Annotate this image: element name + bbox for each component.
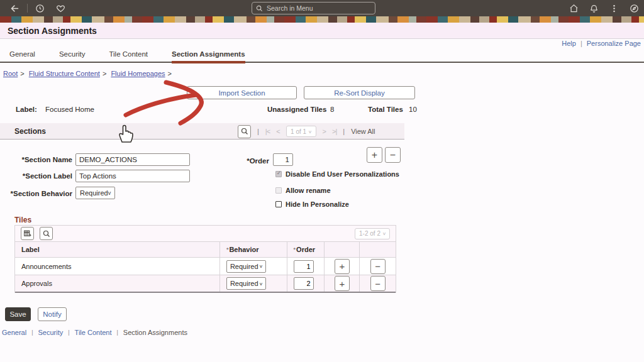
breadcrumb-separator: > — [20, 70, 24, 77]
sections-search-button[interactable] — [238, 125, 251, 138]
total-tiles-value: 10 — [409, 106, 417, 113]
chevron-down-icon: v — [108, 190, 111, 196]
section-behavior-value: Required — [80, 189, 108, 197]
footer-separator: | — [31, 329, 33, 336]
breadcrumb-separator: > — [168, 70, 172, 77]
tile-label-cell: Approvals — [15, 275, 220, 292]
chevron-down-icon: v — [383, 231, 386, 236]
add-section-button[interactable]: + — [367, 147, 382, 163]
sections-title: Sections — [14, 127, 46, 136]
search-input[interactable] — [267, 4, 361, 12]
hide-in-personalize-checkbox-row: Hide In Personalize — [275, 200, 349, 208]
remove-row-button[interactable]: − — [370, 276, 386, 291]
tab-bar: General Security Tile Content Section As… — [0, 50, 644, 63]
tab-tile-content[interactable]: Tile Content — [109, 50, 148, 62]
footer-link-security[interactable]: Security — [38, 329, 63, 336]
tiles-page-select[interactable]: 1-2 of 2 v — [355, 228, 390, 239]
disable-end-user-personalizations-checkbox[interactable] — [275, 171, 282, 177]
section-name-input[interactable] — [75, 153, 190, 166]
order-input[interactable] — [273, 153, 293, 166]
hide-in-personalize-checkbox[interactable] — [275, 201, 282, 207]
breadcrumb-fluid-structure-content[interactable]: Fluid Structure Content — [29, 70, 100, 77]
kebab-menu-icon[interactable] — [609, 4, 619, 13]
allow-rename-checkbox-row: Allow rename — [275, 187, 331, 194]
order-label: *Order — [197, 157, 269, 165]
heart-icon[interactable] — [56, 4, 65, 13]
grid-icon — [23, 229, 31, 238]
footer-tab-links: General | Security | Tile Content | Sect… — [2, 329, 187, 336]
page-banner: Section Assignments — [0, 23, 644, 39]
chevron-down-icon: v — [260, 263, 262, 269]
section-label-input[interactable] — [75, 170, 190, 182]
column-header-behavior: *Behavior — [220, 242, 287, 257]
total-tiles-caption: Total Tiles — [368, 106, 403, 113]
breadcrumb-separator: > — [103, 70, 106, 77]
home-icon[interactable] — [569, 4, 579, 13]
tile-order-input[interactable] — [294, 260, 314, 273]
back-arrow-icon[interactable] — [10, 4, 19, 13]
save-button[interactable]: Save — [5, 307, 31, 321]
footer-separator: | — [68, 329, 69, 336]
tile-behavior-select[interactable]: Requiredv — [226, 277, 266, 290]
footer-link-tile-content[interactable]: Tile Content — [75, 329, 112, 336]
checkbox-label: Allow rename — [286, 187, 331, 194]
add-row-button[interactable]: + — [335, 259, 350, 274]
footer-separator: | — [116, 329, 118, 336]
breadcrumb-root[interactable]: Root — [3, 70, 18, 77]
tiles-table-header: Label *Behavior *Order — [15, 242, 396, 258]
resort-display-button[interactable]: Re-Sort Display — [304, 86, 415, 99]
search-icon — [43, 230, 50, 238]
previous-page-button[interactable]: < — [276, 128, 279, 135]
search-icon — [241, 128, 248, 135]
tab-security[interactable]: Security — [59, 50, 86, 62]
theme-ribbon-banner — [0, 16, 644, 23]
section-label-label: *Section Label — [0, 172, 72, 180]
last-page-button[interactable]: >| — [332, 128, 336, 135]
tab-general[interactable]: General — [9, 50, 35, 62]
help-link[interactable]: Help — [562, 40, 576, 47]
chevron-down-icon: v — [309, 129, 311, 134]
section-name-label: *Section Name — [0, 156, 72, 163]
add-row-button[interactable]: + — [335, 276, 350, 291]
tile-order-input[interactable] — [294, 277, 314, 290]
column-header-add — [325, 242, 360, 257]
topbar-divider — [27, 4, 28, 13]
import-section-button[interactable]: Import Section — [187, 86, 297, 99]
column-header-order: *Order — [287, 242, 325, 257]
first-page-button[interactable]: |< — [265, 128, 270, 135]
summary-row: Label: Focused Home Unassigned Tiles 8 T… — [0, 106, 644, 114]
next-page-button[interactable]: > — [323, 128, 326, 135]
allow-rename-checkbox[interactable] — [275, 187, 282, 194]
remove-section-button[interactable]: − — [385, 147, 401, 163]
checkbox-label: Hide In Personalize — [286, 200, 349, 208]
tiles-table: Label *Behavior *Order Announcements Req… — [14, 242, 396, 293]
tile-behavior-select[interactable]: Requiredv — [226, 260, 266, 273]
bell-icon[interactable] — [589, 4, 599, 13]
remove-row-button[interactable]: − — [370, 259, 386, 274]
tiles-search-button[interactable] — [40, 227, 53, 240]
tile-behavior-value: Required — [230, 263, 258, 270]
column-header-text: Behavior — [229, 246, 258, 253]
unassigned-tiles-value: 8 — [330, 106, 334, 113]
page-select[interactable]: 1 of 1 v — [286, 126, 316, 137]
compass-icon[interactable] — [630, 4, 639, 13]
section-behavior-select[interactable]: Required v — [75, 187, 115, 199]
page-utility-links: Help | Personalize Page — [562, 40, 641, 47]
tile-behavior-value: Required — [230, 280, 258, 287]
personalize-page-link[interactable]: Personalize Page — [587, 40, 641, 47]
footer-link-general[interactable]: General — [2, 329, 26, 336]
clock-icon[interactable] — [35, 4, 45, 13]
tiles-page-range: 1-2 of 2 — [359, 230, 380, 237]
breadcrumb-fluid-homepages[interactable]: Fluid Homepages — [111, 70, 165, 77]
notify-button[interactable]: Notify — [38, 307, 67, 321]
table-row: Approvals Requiredv + − — [15, 275, 396, 293]
view-all-link[interactable]: View All — [351, 128, 375, 135]
column-header-text: Order — [296, 246, 315, 253]
column-header-label: Label — [15, 242, 220, 257]
tile-label-cell: Announcements — [15, 258, 220, 275]
pager-separator: | — [257, 128, 259, 135]
grid-options-button[interactable] — [21, 227, 34, 240]
tab-section-assignments[interactable]: Section Assignments — [172, 50, 245, 63]
footer-current-page: Section Assignments — [123, 329, 187, 336]
global-search-box[interactable] — [252, 2, 375, 14]
